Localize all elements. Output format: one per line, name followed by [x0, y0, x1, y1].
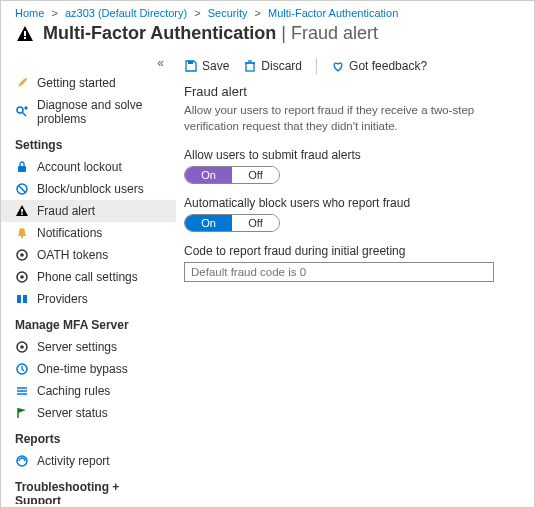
warning-icon — [15, 24, 35, 44]
sidebar-item-phone-call[interactable]: Phone call settings — [1, 266, 176, 288]
sidebar-item-label: One-time bypass — [37, 362, 128, 376]
svg-point-17 — [20, 345, 24, 349]
breadcrumb-mfa[interactable]: Multi-Factor Authentication — [268, 7, 398, 19]
breadcrumb-sep: > — [255, 7, 261, 19]
svg-rect-4 — [18, 166, 26, 172]
discard-button[interactable]: Discard — [243, 59, 302, 73]
svg-rect-25 — [188, 61, 193, 64]
feedback-button[interactable]: Got feedback? — [331, 59, 427, 73]
gear-icon — [15, 340, 29, 354]
breadcrumb-home[interactable]: Home — [15, 7, 44, 19]
svg-rect-0 — [24, 31, 26, 36]
svg-rect-14 — [17, 295, 21, 303]
sidebar-item-caching-rules[interactable]: Caching rules — [1, 380, 176, 402]
page-title-row: Multi-Factor Authentication | Fraud aler… — [1, 21, 534, 52]
section-description: Allow your users to report fraud if they… — [184, 103, 520, 134]
fraud-code-input[interactable] — [184, 262, 494, 282]
sidebar-section-reports: Reports — [1, 424, 176, 450]
sidebar-item-oath-tokens[interactable]: OATH tokens — [1, 244, 176, 266]
sidebar-item-notifications[interactable]: Notifications — [1, 222, 176, 244]
heart-icon — [331, 59, 345, 73]
activity-icon — [15, 454, 29, 468]
sidebar-item-account-lockout[interactable]: Account lockout — [1, 156, 176, 178]
sidebar-item-diagnose[interactable]: Diagnose and solve problems — [1, 94, 176, 130]
providers-icon — [15, 292, 29, 306]
page-title: Multi-Factor Authentication | Fraud aler… — [43, 23, 378, 44]
clock-icon — [15, 362, 29, 376]
list-icon — [15, 384, 29, 398]
toggle-off[interactable]: Off — [232, 215, 279, 231]
warning-icon — [15, 204, 29, 218]
svg-rect-8 — [21, 213, 23, 215]
discard-label: Discard — [261, 59, 302, 73]
toolbar-divider — [316, 58, 317, 74]
toggle-on[interactable]: On — [185, 167, 232, 183]
sidebar: « Getting started Diagnose and solve pro… — [1, 52, 176, 504]
breadcrumb: Home > az303 (Default Directory) > Secur… — [1, 1, 534, 21]
save-button[interactable]: Save — [184, 59, 229, 73]
sidebar-item-getting-started[interactable]: Getting started — [1, 72, 176, 94]
setting-allow-submit-label: Allow users to submit fraud alerts — [184, 148, 520, 162]
sidebar-item-label: Getting started — [37, 76, 116, 90]
sidebar-item-providers[interactable]: Providers — [1, 288, 176, 310]
toolbar: Save Discard Got feedback? — [184, 56, 520, 84]
breadcrumb-sep: > — [194, 7, 200, 19]
sidebar-item-label: Activity report — [37, 454, 110, 468]
svg-rect-7 — [21, 209, 23, 213]
save-icon — [184, 59, 198, 73]
svg-point-9 — [21, 236, 23, 238]
sidebar-section-support: Troubleshooting + Support — [1, 472, 176, 504]
sidebar-item-label: Fraud alert — [37, 204, 95, 218]
sidebar-item-label: Diagnose and solve problems — [37, 98, 166, 126]
sidebar-item-label: Notifications — [37, 226, 102, 240]
sidebar-item-server-settings[interactable]: Server settings — [1, 336, 176, 358]
svg-line-3 — [23, 113, 27, 117]
sidebar-item-activity-report[interactable]: Activity report — [1, 450, 176, 472]
save-label: Save — [202, 59, 229, 73]
setting-auto-block-label: Automatically block users who report fra… — [184, 196, 520, 210]
collapse-sidebar-button[interactable]: « — [1, 56, 176, 72]
svg-rect-1 — [24, 37, 26, 39]
sidebar-item-label: Phone call settings — [37, 270, 138, 284]
sidebar-item-label: Block/unblock users — [37, 182, 144, 196]
sidebar-section-settings: Settings — [1, 130, 176, 156]
flag-icon — [15, 406, 29, 420]
svg-rect-15 — [23, 295, 27, 303]
toggle-allow-submit[interactable]: On Off — [184, 166, 280, 184]
toggle-off[interactable]: Off — [232, 167, 279, 183]
svg-point-13 — [20, 275, 24, 279]
breadcrumb-sep: > — [51, 7, 57, 19]
block-icon — [15, 182, 29, 196]
svg-line-6 — [19, 186, 26, 193]
setting-fraud-code-label: Code to report fraud during initial gree… — [184, 244, 520, 258]
gear-icon — [15, 248, 29, 262]
trash-icon — [243, 59, 257, 73]
sidebar-section-mfa: Manage MFA Server — [1, 310, 176, 336]
sidebar-item-fraud-alert[interactable]: Fraud alert — [1, 200, 176, 222]
gear-icon — [15, 270, 29, 284]
sidebar-item-label: Server settings — [37, 340, 117, 354]
section-heading: Fraud alert — [184, 84, 520, 99]
sidebar-item-label: OATH tokens — [37, 248, 108, 262]
sidebar-item-label: Caching rules — [37, 384, 110, 398]
toggle-on[interactable]: On — [185, 215, 232, 231]
feedback-label: Got feedback? — [349, 59, 427, 73]
rocket-icon — [15, 76, 29, 90]
sidebar-item-label: Account lockout — [37, 160, 122, 174]
sidebar-item-label: Providers — [37, 292, 88, 306]
svg-point-2 — [17, 107, 23, 113]
toggle-auto-block[interactable]: On Off — [184, 214, 280, 232]
breadcrumb-security[interactable]: Security — [208, 7, 248, 19]
breadcrumb-directory[interactable]: az303 (Default Directory) — [65, 7, 187, 19]
sidebar-item-label: Server status — [37, 406, 108, 420]
svg-rect-26 — [246, 63, 254, 71]
sidebar-item-one-time-bypass[interactable]: One-time bypass — [1, 358, 176, 380]
sidebar-item-server-status[interactable]: Server status — [1, 402, 176, 424]
bell-icon — [15, 226, 29, 240]
svg-point-11 — [20, 253, 24, 257]
sidebar-item-block-unblock[interactable]: Block/unblock users — [1, 178, 176, 200]
lock-icon — [15, 160, 29, 174]
main-content: Save Discard Got feedback? Fraud alert A… — [176, 52, 534, 504]
diagnose-icon — [15, 105, 29, 119]
